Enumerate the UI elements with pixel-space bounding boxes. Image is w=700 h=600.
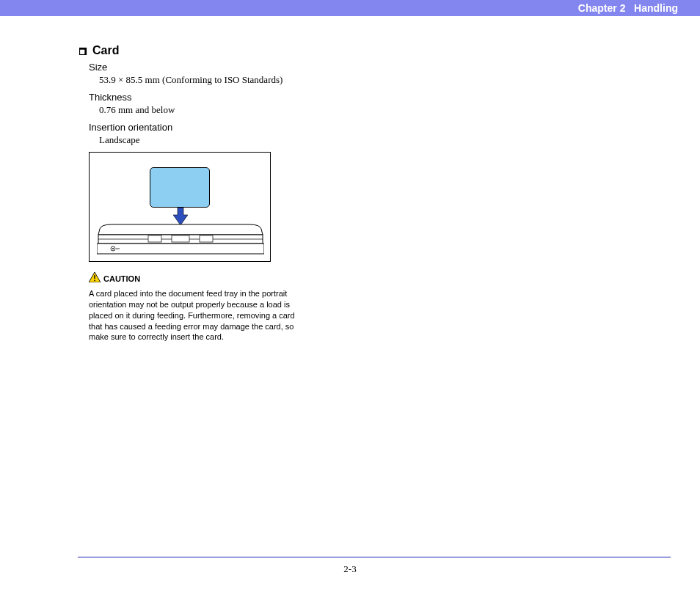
- header-chapter: Chapter 2 Handling: [578, 2, 678, 14]
- insertion-diagram: [89, 152, 271, 262]
- caution-heading: CAUTION: [89, 272, 387, 285]
- scanner-illustration: [97, 223, 263, 261]
- svg-rect-5: [148, 235, 161, 242]
- svg-rect-2: [84, 48, 86, 54]
- svg-rect-6: [172, 235, 189, 242]
- header-bar: Chapter 2 Handling: [0, 0, 700, 16]
- svg-rect-8: [97, 244, 264, 254]
- chapter-title: Handling: [634, 2, 678, 14]
- chapter-label: Chapter 2: [578, 2, 626, 14]
- spec-orientation-value: Landscape: [99, 134, 387, 146]
- warning-icon: [89, 272, 101, 285]
- spec-size-value: 53.9 × 85.5 mm (Conforming to ISO Standa…: [99, 74, 387, 86]
- footer-rule: [78, 557, 671, 557]
- card-shape: [150, 167, 210, 208]
- page-number: 2-3: [0, 563, 700, 575]
- section-heading: Card: [79, 44, 387, 57]
- spec-orientation-label: Insertion orientation: [89, 122, 387, 133]
- caution-text: A card placed into the document feed tra…: [89, 288, 302, 343]
- spec-size-label: Size: [89, 62, 387, 73]
- svg-rect-7: [200, 235, 213, 242]
- content-area: Card Size 53.9 × 85.5 mm (Conforming to …: [79, 44, 387, 343]
- spec-thickness-value: 0.76 mm and below: [99, 104, 387, 116]
- spec-thickness-label: Thickness: [89, 92, 387, 103]
- svg-point-13: [94, 279, 95, 281]
- checkbox-icon: [79, 47, 88, 55]
- svg-point-10: [112, 248, 114, 249]
- section-title: Card: [92, 44, 119, 57]
- caution-label: CAUTION: [103, 274, 140, 283]
